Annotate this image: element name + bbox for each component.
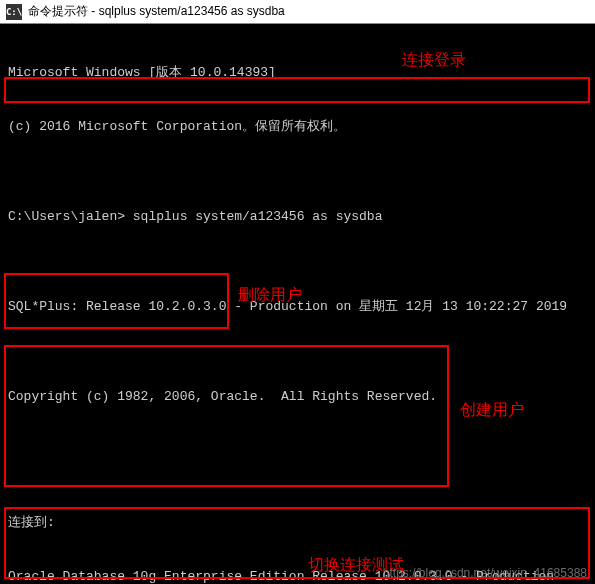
terminal-line: (c) 2016 Microsoft Corporation。保留所有权利。: [8, 118, 587, 136]
terminal-line: Microsoft Windows [版本 10.0.14393]: [8, 64, 587, 82]
terminal-area[interactable]: Microsoft Windows [版本 10.0.14393] (c) 20…: [0, 24, 595, 584]
cmd-icon: C:\: [6, 4, 22, 20]
terminal-line: 连接到:: [8, 514, 587, 532]
terminal-line: Copyright (c) 1982, 2006, Oracle. All Ri…: [8, 388, 587, 406]
window-title: 命令提示符 - sqlplus system/a123456 as sysdba: [28, 3, 285, 20]
terminal-line: C:\Users\jalen> sqlplus system/a123456 a…: [8, 208, 587, 226]
watermark: https://blog.csdn.net/weixin_41685388: [383, 566, 587, 580]
window-titlebar[interactable]: C:\ 命令提示符 - sqlplus system/a123456 as sy…: [0, 0, 595, 24]
terminal-line: SQL*Plus: Release 10.2.0.3.0 - Productio…: [8, 298, 587, 316]
